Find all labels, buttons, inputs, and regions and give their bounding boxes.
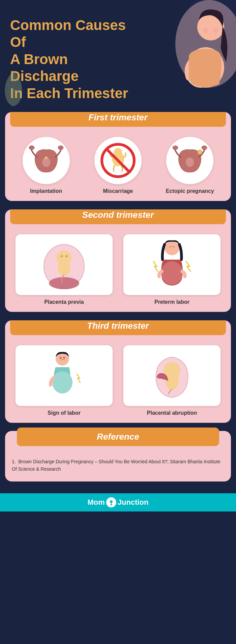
placental-abruption-card: Placental abruption — [123, 345, 220, 416]
svg-point-17 — [173, 146, 178, 150]
placental-abruption-image — [123, 345, 220, 406]
ectopic-image — [166, 137, 213, 184]
svg-point-14 — [114, 148, 122, 156]
sign-of-labor-image — [16, 345, 113, 406]
placenta-previa-label: Placenta previa — [44, 299, 84, 305]
content-area: First trimester — [0, 109, 236, 493]
svg-point-34 — [165, 371, 179, 390]
reference-text: 1. Brown Discharge During Pregnancy – Sh… — [12, 456, 224, 473]
first-trimester-header: First trimester — [10, 112, 226, 127]
svg-point-32 — [52, 371, 72, 393]
reference-section: Reference 1. Brown Discharge During Preg… — [5, 431, 231, 481]
third-trimester-section: Third trimester — [5, 320, 231, 423]
reference-header: Reference — [17, 428, 219, 446]
svg-point-8 — [29, 146, 34, 150]
third-trimester-header: Third trimester — [10, 320, 226, 335]
brand-name-1: Mom — [88, 498, 105, 507]
ectopic-label: Ectopic pregnancy — [166, 188, 214, 194]
preterm-labor-card: Preterm labor — [123, 234, 220, 305]
brand-name-2: Junction — [118, 498, 149, 507]
page-title: Common Causes Of A Brown Discharge In Ea… — [10, 10, 138, 102]
svg-point-27 — [165, 240, 179, 255]
svg-point-18 — [202, 146, 207, 150]
preterm-labor-image — [123, 234, 220, 295]
implantation-card: Implantation — [14, 137, 79, 194]
svg-point-30 — [60, 357, 62, 358]
svg-point-9 — [58, 146, 63, 150]
third-trimester-label: Third trimester — [87, 321, 149, 331]
svg-point-25 — [61, 255, 63, 257]
implantation-label: Implantation — [30, 188, 62, 194]
reference-label: Reference — [97, 432, 139, 442]
header-section: Common Causes Of A Brown Discharge In Ea… — [0, 0, 236, 109]
second-trimester-section: Second trimester — [5, 209, 231, 312]
sign-of-labor-card: Sign of labor — [16, 345, 113, 416]
placental-abruption-label: Placental abruption — [147, 410, 197, 416]
preterm-labor-label: Preterm labor — [154, 299, 189, 305]
first-trimester-section: First trimester — [5, 112, 231, 201]
svg-point-22 — [49, 277, 79, 289]
implantation-image — [23, 137, 70, 184]
ectopic-card: Ectopic pregnancy — [157, 137, 222, 194]
second-trimester-header: Second trimester — [10, 209, 226, 224]
miscarriage-image — [94, 137, 142, 184]
footer: Mom Junction — [0, 493, 236, 511]
leaf-decoration — [0, 67, 27, 108]
third-trimester-cards: Sign of labor — [5, 345, 231, 416]
page-container: Common Causes Of A Brown Discharge In Ea… — [0, 0, 236, 644]
svg-point-7 — [213, 28, 218, 33]
second-trimester-cards: Placenta previa — [5, 234, 231, 305]
svg-point-28 — [161, 261, 183, 285]
placenta-previa-image — [16, 234, 113, 295]
miscarriage-card: Miscarriage — [86, 137, 150, 194]
svg-point-26 — [65, 255, 67, 257]
svg-point-11 — [45, 156, 48, 159]
svg-point-19 — [186, 157, 194, 167]
sign-of-labor-label: Sign of labor — [48, 410, 81, 416]
miscarriage-label: Miscarriage — [103, 188, 133, 194]
second-trimester-label: Second trimester — [82, 210, 154, 220]
placenta-previa-card: Placenta previa — [16, 234, 113, 305]
svg-point-35 — [110, 500, 113, 503]
brand-logo: Mom Junction — [88, 497, 149, 507]
svg-point-24 — [58, 261, 70, 275]
svg-point-20 — [198, 150, 202, 154]
first-trimester-cards: Implantation — [5, 137, 231, 194]
pregnant-woman-illustration — [148, 0, 236, 91]
svg-point-31 — [63, 357, 65, 358]
svg-point-6 — [203, 28, 208, 33]
first-trimester-label: First trimester — [89, 112, 148, 122]
logo-icon — [106, 497, 116, 507]
